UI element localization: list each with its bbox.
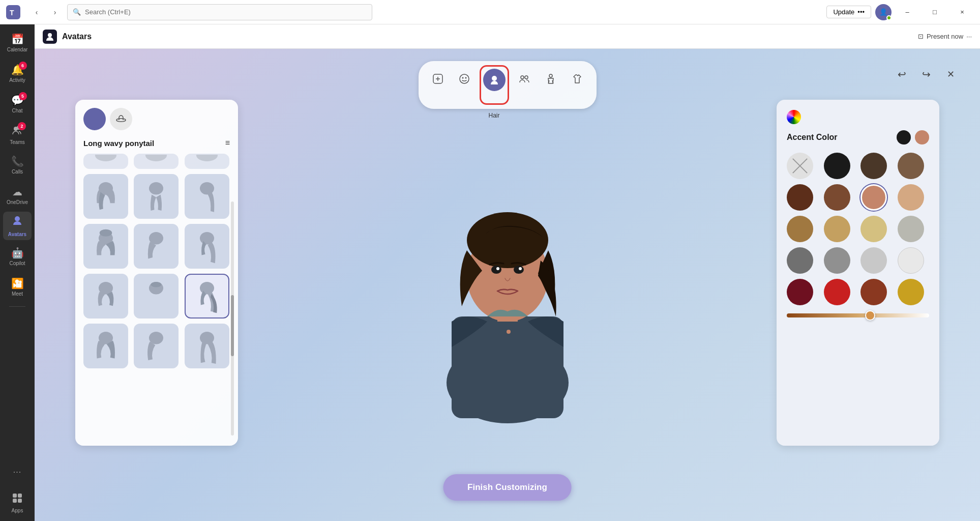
svg-rect-8: [18, 499, 22, 503]
hair-style-item-3[interactable]: [185, 174, 229, 219]
sidebar-item-more[interactable]: ···: [3, 458, 32, 486]
forward-button[interactable]: ›: [47, 4, 63, 20]
more-icon: ···: [13, 468, 21, 477]
toolbar-btn-hair[interactable]: [483, 69, 506, 91]
hair-style-item-1[interactable]: [83, 174, 128, 219]
svg-point-23: [116, 119, 126, 122]
toolbar-btn-body[interactable]: [540, 68, 562, 90]
chat-badge: 5: [19, 92, 27, 100]
sidebar-item-copilot[interactable]: 🤖 Copilot: [3, 242, 32, 271]
accent-color-1[interactable]: [897, 130, 911, 144]
hair-style-item-11[interactable]: [134, 324, 179, 368]
toolbar-btn-reactions-wrapper: [427, 68, 449, 102]
filter-button[interactable]: ≡: [225, 138, 230, 148]
activity-badge: 6: [19, 62, 27, 70]
toolbar-btn-face[interactable]: [453, 68, 476, 90]
hair-scrollbar[interactable]: [231, 201, 234, 436]
hair-style-item-6[interactable]: [185, 224, 229, 269]
color-swatch-darkbrown[interactable]: [860, 153, 887, 179]
color-swatch-sandybrown[interactable]: [824, 216, 850, 242]
svg-point-3: [14, 127, 18, 131]
color-swatch-lighttan[interactable]: [898, 184, 924, 211]
svg-point-18: [525, 76, 528, 79]
color-swatch-lightyellow[interactable]: [860, 216, 887, 242]
hair-style-item-12[interactable]: [185, 324, 229, 368]
color-swatch-warmtan[interactable]: [860, 184, 887, 211]
color-slider[interactable]: [787, 313, 929, 317]
hair-style-item-10[interactable]: [83, 324, 128, 368]
sidebar-item-calls[interactable]: 📞 Calls: [3, 151, 32, 179]
color-swatch-lightgray[interactable]: [860, 247, 887, 274]
sidebar-label-calls: Calls: [12, 169, 23, 175]
color-swatch-red[interactable]: [824, 279, 850, 305]
sidebar-label-activity: Activity: [9, 77, 25, 83]
svg-point-28: [149, 182, 163, 195]
undo-button[interactable]: ↩: [893, 65, 911, 83]
color-grid: [787, 153, 929, 305]
accent-color-2[interactable]: [915, 130, 929, 144]
color-swatch-gold[interactable]: [898, 279, 924, 305]
chat-icon: 💬 5: [11, 94, 24, 106]
teams-icon: 2: [12, 124, 23, 138]
color-swatch-goldbrown[interactable]: [787, 216, 813, 242]
calendar-icon: 📅: [11, 33, 24, 45]
sidebar-item-onedrive[interactable]: ☁ OneDrive: [3, 181, 32, 210]
hair-style-item-2[interactable]: [134, 174, 179, 219]
hair-style-item-5[interactable]: [134, 224, 179, 269]
toolbar-btn-group[interactable]: [513, 68, 536, 90]
present-now-button[interactable]: ⊡ Present now ···: [918, 33, 972, 40]
sidebar-item-meet[interactable]: 🎦 Meet: [3, 273, 32, 301]
color-swatch-brown[interactable]: [898, 153, 924, 179]
color-swatch-ashgray[interactable]: [898, 216, 924, 242]
hair-style-item-7[interactable]: [83, 274, 128, 319]
sidebar-item-apps[interactable]: Apps: [3, 488, 32, 517]
color-swatch-white[interactable]: [898, 247, 924, 274]
redo-button[interactable]: ↪: [917, 65, 935, 83]
app-logo: T: [6, 5, 20, 19]
svg-point-9: [48, 33, 52, 37]
color-swatch-auburn[interactable]: [860, 279, 887, 305]
hair-scrollbar-thumb[interactable]: [231, 295, 234, 356]
svg-point-13: [460, 74, 469, 83]
color-swatch-darkred[interactable]: [787, 279, 813, 305]
slider-thumb[interactable]: [865, 310, 875, 321]
toolbar-btn-clothes[interactable]: [566, 68, 588, 90]
color-panel: Accent Color: [777, 100, 939, 446]
sidebar-item-activity[interactable]: 🔔 6 Activity: [3, 59, 32, 88]
hair-tab-hair[interactable]: [83, 108, 106, 130]
color-swatch-none[interactable]: [787, 153, 813, 179]
sidebar-item-chat[interactable]: 💬 5 Chat: [3, 90, 32, 118]
back-button[interactable]: ‹: [28, 4, 45, 20]
color-swatch-mediumbrown[interactable]: [824, 184, 850, 211]
color-panel-header: Accent Color: [787, 130, 929, 144]
update-button[interactable]: Update •••: [826, 6, 871, 18]
more-options-icon: ···: [966, 33, 972, 40]
search-bar[interactable]: 🔍 Search (Ctrl+E): [67, 4, 372, 20]
hair-style-item-9[interactable]: [185, 274, 229, 319]
hair-tab-hat[interactable]: [110, 108, 132, 130]
hair-style-item[interactable]: [185, 154, 229, 169]
svg-point-24: [95, 154, 116, 161]
svg-point-22: [92, 114, 97, 120]
sidebar-label-avatars: Avatars: [8, 231, 26, 237]
maximize-button[interactable]: □: [923, 4, 946, 20]
user-avatar[interactable]: 👤: [875, 4, 892, 20]
toolbar-btn-group-wrapper: [513, 68, 536, 102]
hair-style-item[interactable]: [83, 154, 128, 169]
hair-style-item-4[interactable]: [83, 224, 128, 269]
svg-point-15: [465, 77, 466, 79]
finish-customizing-button[interactable]: Finish Customizing: [443, 474, 572, 501]
minimize-button[interactable]: –: [896, 4, 919, 20]
color-swatch-black[interactable]: [824, 153, 850, 179]
sidebar-item-calendar[interactable]: 📅 Calendar: [3, 28, 32, 57]
color-swatch-darkgray[interactable]: [787, 247, 813, 274]
sidebar-item-teams[interactable]: 2 Teams: [3, 120, 32, 149]
hair-style-item-8[interactable]: [134, 274, 179, 319]
sidebar-item-avatars[interactable]: Avatars: [3, 212, 32, 240]
hair-style-item[interactable]: [134, 154, 179, 169]
color-swatch-mediumgray[interactable]: [824, 247, 850, 274]
toolbar-btn-reactions[interactable]: [427, 68, 449, 90]
close-button[interactable]: ×: [951, 4, 974, 20]
close-customizer-button[interactable]: ✕: [941, 65, 960, 83]
color-swatch-darkredbrown[interactable]: [787, 184, 813, 211]
